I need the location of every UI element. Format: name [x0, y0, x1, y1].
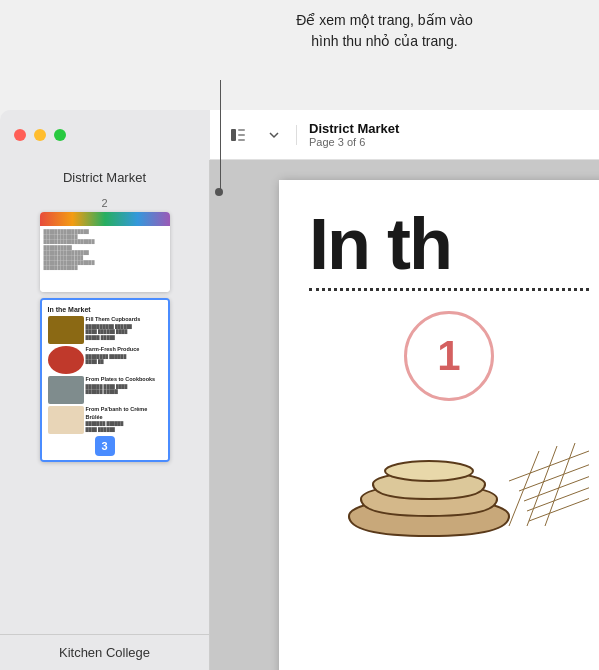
- thumb3-section3: From Plates to Cookbooks ██████ ████ ███…: [48, 376, 162, 404]
- tooltip-line2: hình thu nhỏ của trang.: [311, 33, 457, 49]
- thumb3-text4: From Pa'banh to Crème Brûlée ███████ ███…: [86, 406, 162, 433]
- tooltip-container: Để xem một trang, bấm vào hình thu nhỏ c…: [180, 10, 589, 52]
- dotted-divider: [309, 288, 589, 291]
- page-badge: 3: [95, 436, 115, 456]
- tooltip-text: Để xem một trang, bấm vào hình thu nhỏ c…: [180, 10, 589, 52]
- thumb3-text3: From Plates to Cookbooks ██████ ████ ███…: [86, 376, 156, 395]
- main-toolbar: District Market Page 3 of 6: [210, 110, 599, 160]
- connector-dot: [215, 188, 223, 196]
- thumb3-text2: Farm-Fresh Produce ████████ ██████ ████ …: [86, 346, 140, 365]
- page2-content: ████████████████ ████████████ ██████████…: [40, 212, 170, 292]
- section1-title: Fill Them Cupboards: [86, 316, 141, 324]
- page3-thumb-page[interactable]: In the Market Fill Them Cupboards ██████…: [40, 298, 170, 462]
- window: District Market 2 ████████████████ █████…: [0, 110, 599, 670]
- tooltip-line1: Để xem một trang, bấm vào: [296, 12, 472, 28]
- sidebar-title: District Market: [63, 170, 146, 185]
- sidebar-bottom: Kitchen College: [0, 634, 209, 670]
- minimize-button[interactable]: [34, 129, 46, 141]
- section2-title: Farm-Fresh Produce: [86, 346, 140, 354]
- sidebar: District Market 2 ████████████████ █████…: [0, 160, 210, 670]
- main-content: District Market Page 3 of 6 In th 1: [210, 110, 599, 670]
- page-display: In th 1: [210, 160, 599, 670]
- sidebar-bottom-label: Kitchen College: [10, 645, 199, 660]
- svg-line-13: [509, 451, 539, 526]
- view-options-button[interactable]: [260, 121, 288, 149]
- close-button[interactable]: [14, 129, 26, 141]
- chevron-down-icon: [268, 129, 280, 141]
- thumb3-img1: [48, 316, 84, 344]
- doc-info: District Market Page 3 of 6: [309, 121, 399, 148]
- svg-rect-1: [238, 129, 245, 131]
- doc-title: District Market: [309, 121, 399, 136]
- thumb3-img3: [48, 376, 84, 404]
- page2-thumb-page[interactable]: ████████████████ ████████████ ██████████…: [40, 212, 170, 292]
- sidebar-toggle-button[interactable]: [224, 121, 252, 149]
- stacked-bowls-illustration: [309, 421, 589, 541]
- circle-number: 1: [404, 311, 494, 401]
- toolbar-divider: [296, 125, 297, 145]
- bowls-svg: [309, 421, 589, 541]
- thumb3-text1: Fill Them Cupboards ██████████ ██████ ██…: [86, 316, 141, 340]
- titlebar: [0, 110, 210, 160]
- sidebar-toggle-icon: [230, 127, 246, 143]
- thumb3-section4: From Pa'banh to Crème Brûlée ███████ ███…: [48, 406, 162, 434]
- section3-title: From Plates to Cookbooks: [86, 376, 156, 384]
- page2-strip: [40, 212, 170, 226]
- page3-thumbnail[interactable]: In the Market Fill Them Cupboards ██████…: [40, 298, 170, 462]
- thumb3-section2: Farm-Fresh Produce ████████ ██████ ████ …: [48, 346, 162, 374]
- page2-body: ████████████████ ████████████ ██████████…: [40, 226, 170, 292]
- svg-rect-2: [238, 134, 245, 136]
- connector-line: [220, 80, 221, 190]
- fullscreen-button[interactable]: [54, 129, 66, 141]
- svg-rect-3: [238, 139, 245, 141]
- section4-title: From Pa'banh to Crème Brûlée: [86, 406, 162, 421]
- svg-line-15: [545, 443, 575, 526]
- page-sheet: In th 1: [279, 180, 599, 670]
- doc-page: Page 3 of 6: [309, 136, 399, 148]
- svg-point-7: [385, 461, 473, 481]
- page2-thumbnail[interactable]: 2 ████████████████ ████████████ ████████…: [40, 197, 170, 292]
- thumb3-section1: Fill Them Cupboards ██████████ ██████ ██…: [48, 316, 162, 344]
- thumb3-title: In the Market: [48, 306, 162, 313]
- svg-rect-0: [231, 129, 236, 141]
- thumb3-img4: [48, 406, 84, 434]
- thumb3-img2: [48, 346, 84, 374]
- page-big-title: In th: [309, 210, 589, 278]
- page2-number: 2: [101, 197, 107, 209]
